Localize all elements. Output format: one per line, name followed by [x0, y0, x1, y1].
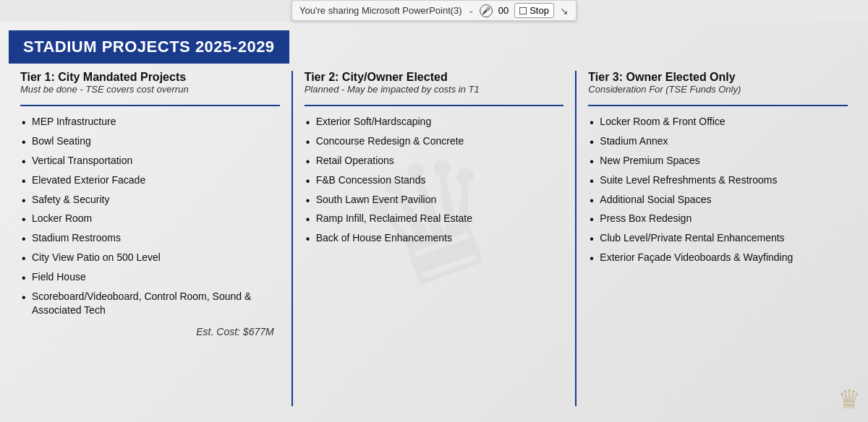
tier1-subtitle: Must be done - TSE covers cost overrun: [20, 84, 280, 95]
tier1-title: Tier 1: City Mandated Projects: [20, 71, 280, 84]
list-item: Locker Room: [20, 209, 280, 228]
sharing-bar: You're sharing Microsoft PowerPoint(3) ⌄…: [292, 0, 576, 21]
tier3-subtitle: Consideration For (TSE Funds Only): [588, 84, 848, 95]
list-item: Additional Social Spaces: [588, 190, 848, 210]
list-item: Scoreboard/Videoboard, Control Room, Sou…: [20, 287, 280, 320]
list-item: New Premium Spaces: [588, 151, 848, 171]
tier2-title: Tier 2: City/Owner Elected: [305, 71, 564, 84]
stop-label: Stop: [529, 5, 549, 16]
list-item: Press Box Redesign: [588, 209, 848, 228]
list-item: F&B Concession Stands: [305, 171, 564, 190]
tier1-list: MEP Infrastructure Bowl Seating Vertical…: [20, 112, 280, 320]
list-item: City View Patio on 500 Level: [20, 248, 280, 267]
tier3-header: Tier 3: Owner Elected Only Consideration…: [588, 71, 848, 98]
mic-icon[interactable]: 🎤: [480, 4, 493, 17]
list-item: Exterior Façade Videoboards & Wayfinding: [588, 248, 848, 267]
list-item: MEP Infrastructure: [20, 112, 280, 132]
list-item: Concourse Redesign & Concrete: [305, 132, 564, 151]
list-item: Locker Room & Front Office: [588, 112, 848, 132]
list-item: Exterior Soft/Hardscaping: [305, 112, 564, 132]
slide: ♛ STADIUM PROJECTS 2025-2029 Tier 1: Cit…: [0, 22, 868, 422]
tier1-header: Tier 1: City Mandated Projects Must be d…: [20, 71, 280, 98]
tier3-title: Tier 3: Owner Elected Only: [588, 71, 848, 84]
tier1-divider: [20, 105, 280, 106]
tier2-header: Tier 2: City/Owner Elected Planned - May…: [305, 71, 564, 98]
list-item: South Lawn Event Pavilion: [305, 190, 564, 210]
stop-button[interactable]: Stop: [514, 3, 554, 18]
collapse-icon[interactable]: ↘: [560, 5, 569, 17]
tier2-divider: [305, 105, 564, 106]
tier3-column: Tier 3: Owner Elected Only Consideration…: [576, 71, 859, 406]
list-item: Vertical Transportation: [20, 151, 280, 171]
list-item: Back of House Enhancements: [305, 228, 564, 248]
slide-header: STADIUM PROJECTS 2025-2029: [9, 30, 289, 64]
list-item: Ramp Infill, Reclaimed Real Estate: [305, 209, 564, 228]
tier3-divider: [588, 105, 848, 106]
tier2-subtitle: Planned - May be impacted by costs in T1: [305, 84, 564, 95]
list-item: Retail Operations: [305, 151, 564, 171]
tier1-est-cost: Est. Cost: $677M: [20, 326, 280, 337]
list-item: Stadium Restrooms: [20, 228, 280, 248]
slide-title: STADIUM PROJECTS 2025-2029: [23, 38, 275, 56]
tier2-list: Exterior Soft/Hardscaping Concourse Rede…: [305, 112, 564, 248]
tier2-column: Tier 2: City/Owner Elected Planned - May…: [293, 71, 577, 406]
columns-container: Tier 1: City Mandated Projects Must be d…: [9, 71, 859, 406]
tier1-column: Tier 1: City Mandated Projects Must be d…: [9, 71, 293, 406]
sharing-bar-text: You're sharing Microsoft PowerPoint(3): [299, 5, 462, 16]
list-item: Field House: [20, 267, 280, 287]
list-item: Safety & Security: [20, 190, 280, 210]
timer-display: 00: [498, 5, 509, 16]
list-item: Stadium Annex: [588, 132, 848, 151]
list-item: Club Level/Private Rental Enhancements: [588, 228, 848, 248]
list-item: Elevated Exterior Facade: [20, 171, 280, 190]
list-item: Suite Level Refreshments & Restrooms: [588, 171, 848, 190]
chevron-down-icon[interactable]: ⌄: [468, 7, 474, 14]
stop-square-icon: [519, 7, 527, 14]
list-item: Bowl Seating: [20, 132, 280, 151]
tier3-list: Locker Room & Front Office Stadium Annex…: [588, 112, 848, 267]
